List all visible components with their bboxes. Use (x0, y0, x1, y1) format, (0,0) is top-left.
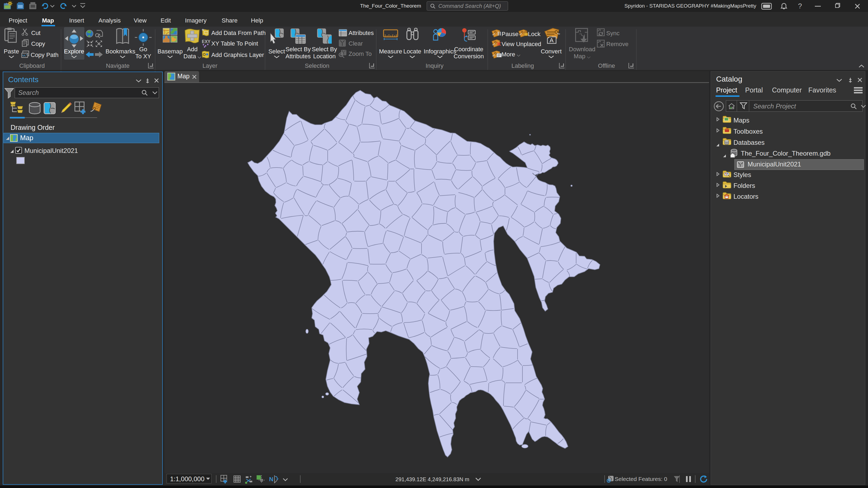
svg-text:N: N (269, 476, 273, 483)
svg-text:?: ? (798, 2, 802, 10)
svg-text:A: A (550, 37, 554, 44)
svg-text:EXY: EXY (202, 39, 211, 44)
